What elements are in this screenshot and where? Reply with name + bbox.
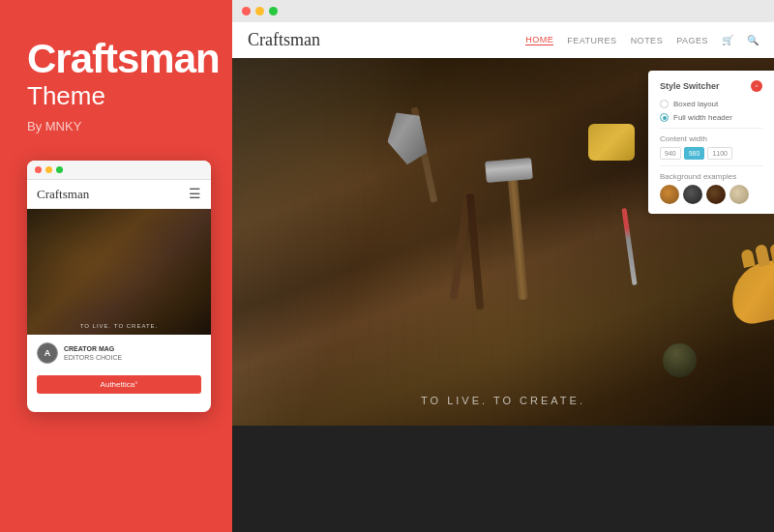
- left-panel: Craftsman Theme By MNKY Craftsman ☰ TO L…: [0, 0, 232, 532]
- desktop-browser-bar: [232, 0, 774, 22]
- tool-pliers-right: [466, 193, 484, 310]
- mobile-nav: Craftsman ☰: [27, 180, 211, 209]
- mobile-badge-text: CREATOR MAG EDITORS CHOICE: [64, 344, 122, 362]
- mobile-browser-bar: [27, 161, 211, 180]
- radio-fullwidth-header[interactable]: [660, 113, 669, 122]
- style-switcher-panel: Style Switcher × Boxed layout Full width…: [648, 71, 774, 214]
- cart-icon[interactable]: 🛒: [722, 35, 733, 45]
- tool-tape-measure: [588, 124, 635, 161]
- tool-hammer-handle: [507, 174, 527, 300]
- desktop-dot-yellow: [255, 7, 264, 15]
- theme-subtitle: Theme: [27, 81, 205, 111]
- bg-examples-label: Background examples: [660, 172, 762, 181]
- desktop-site-nav: Craftsman HOME FEATURES NOTES PAGES 🛒 🔍: [232, 22, 774, 58]
- bg-examples-group: [660, 185, 762, 204]
- label-boxed-layout: Boxed layout: [673, 100, 718, 108]
- search-icon[interactable]: 🔍: [747, 35, 759, 45]
- desktop-site-preview: Craftsman HOME FEATURES NOTES PAGES 🛒 🔍: [232, 22, 774, 532]
- mobile-cta-button[interactable]: Authettica°: [37, 375, 201, 394]
- mobile-dot-green: [56, 166, 63, 173]
- mobile-logo: Craftsman: [37, 187, 89, 202]
- content-width-label: Content width: [660, 134, 762, 143]
- bg-example-1[interactable]: [660, 185, 679, 204]
- bg-example-4[interactable]: [729, 185, 749, 204]
- mobile-badge-subtitle: EDITORS CHOICE: [64, 354, 122, 361]
- switcher-divider-2: [660, 165, 762, 166]
- right-panel: Craftsman HOME FEATURES NOTES PAGES 🛒 🔍: [232, 0, 774, 532]
- mobile-badge-circle: A: [37, 342, 58, 364]
- mobile-dot-red: [35, 166, 42, 173]
- theme-by: By MNKY: [27, 119, 205, 133]
- style-switcher-title: Style Switcher: [660, 81, 720, 91]
- mobile-badge-area: A CREATOR MAG EDITORS CHOICE: [27, 335, 211, 371]
- tool-cup: [663, 343, 697, 377]
- nav-link-home[interactable]: HOME: [525, 35, 553, 45]
- nav-link-notes[interactable]: NOTES: [631, 36, 664, 45]
- bg-example-3[interactable]: [706, 185, 726, 204]
- hero-tagline: TO LIVE. TO CREATE.: [232, 395, 774, 406]
- switcher-divider-1: [660, 128, 762, 129]
- mobile-hamburger-icon[interactable]: ☰: [189, 186, 201, 202]
- mobile-preview: Craftsman ☰ TO LIVE. TO CREATE. A CREATO…: [27, 161, 211, 412]
- style-switcher-close-button[interactable]: ×: [751, 80, 762, 92]
- mobile-tools-overlay: [27, 209, 211, 335]
- theme-title: Craftsman: [27, 39, 205, 79]
- layout-option-fullwidth[interactable]: Full width header: [660, 113, 762, 122]
- desktop-dot-red: [242, 7, 251, 15]
- tool-glove-finger1: [740, 249, 755, 268]
- nav-link-pages[interactable]: PAGES: [676, 36, 708, 45]
- width-buttons-group: 940 980 1100: [660, 147, 762, 160]
- style-switcher-header: Style Switcher ×: [660, 80, 762, 92]
- radio-boxed-layout[interactable]: [660, 100, 669, 108]
- desktop-dot-green: [269, 7, 278, 15]
- mobile-badge-title: CREATOR MAG: [64, 344, 122, 353]
- desktop-site-logo: Craftsman: [248, 30, 320, 50]
- mobile-hero-image: TO LIVE. TO CREATE.: [27, 209, 211, 335]
- mobile-dot-yellow: [45, 166, 52, 173]
- nav-link-features[interactable]: FEATURES: [567, 36, 616, 45]
- width-btn-1100[interactable]: 1100: [707, 147, 732, 160]
- desktop-nav-links: HOME FEATURES NOTES PAGES 🛒 🔍: [525, 35, 759, 45]
- layout-option-boxed[interactable]: Boxed layout: [660, 100, 762, 108]
- tool-hammer-head: [485, 158, 533, 183]
- tool-screwdriver: [621, 208, 637, 285]
- width-btn-940[interactable]: 940: [660, 147, 681, 160]
- label-fullwidth-header: Full width header: [673, 113, 732, 122]
- bg-example-2[interactable]: [683, 185, 702, 204]
- mobile-hero-tagline: TO LIVE. TO CREATE.: [27, 323, 211, 329]
- width-btn-980[interactable]: 980: [684, 147, 705, 160]
